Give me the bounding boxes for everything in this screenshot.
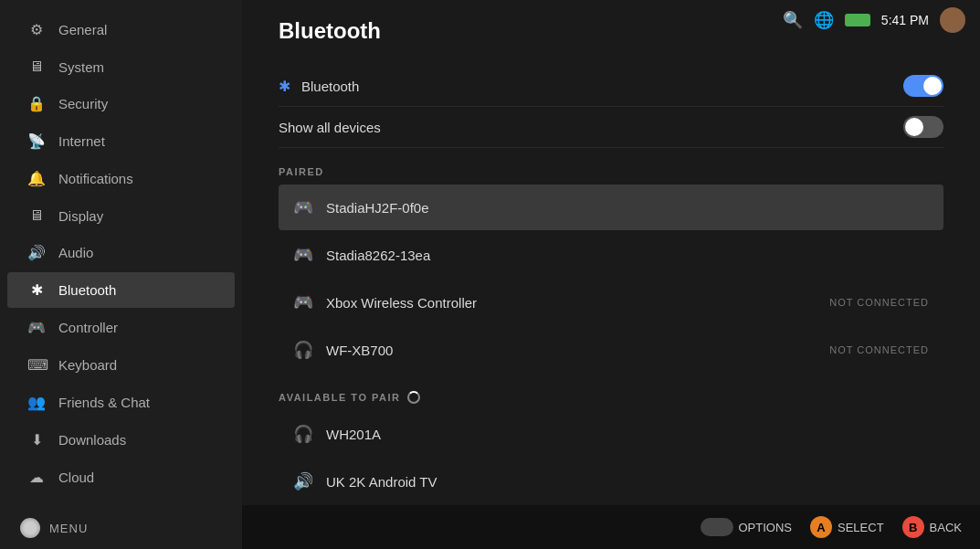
sidebar-label-bluetooth: Bluetooth	[58, 282, 116, 298]
bluetooth-small-icon: ✱	[279, 78, 290, 95]
available-section-header: AVAILABLE TO PAIR	[279, 391, 943, 404]
sidebar-item-general[interactable]: ⚙ General	[7, 12, 235, 48]
sidebar-label-keyboard: Keyboard	[58, 357, 117, 373]
gamepad-icon-xbox: 🎮	[293, 292, 313, 312]
back-button[interactable]: B	[902, 516, 924, 538]
lock-icon: 🔒	[27, 95, 46, 112]
display-icon: 🖥	[27, 207, 46, 224]
sidebar-item-downloads[interactable]: ⬇ Downloads	[7, 422, 235, 458]
download-icon: ⬇	[27, 431, 46, 449]
steam-logo	[20, 518, 40, 538]
device-row-wh201a[interactable]: 🎧 WH201A	[279, 411, 943, 457]
bluetooth-toggle-label: Bluetooth	[301, 79, 359, 94]
audio-icon: 🔊	[27, 244, 46, 261]
menu-label: MENU	[49, 522, 88, 535]
keyboard-icon: ⌨	[27, 356, 46, 374]
select-button[interactable]: A	[810, 516, 832, 538]
device-status-xbox: NOT CONNECTED	[829, 297, 929, 308]
options-action[interactable]: OPTIONS	[701, 518, 793, 536]
gear-icon: ⚙	[27, 21, 46, 38]
monitor-icon: 🖥	[27, 58, 46, 75]
headphone-icon-wh201a: 🎧	[293, 424, 313, 444]
device-row-xbox[interactable]: 🎮 Xbox Wireless Controller NOT CONNECTED	[279, 280, 943, 325]
friends-icon: 👥	[27, 394, 46, 411]
sidebar-label-controller: Controller	[58, 320, 118, 335]
gamepad-icon-stadia1: 🎮	[293, 197, 313, 217]
select-label: SELECT	[838, 521, 884, 534]
device-name-wf: WF-XB700	[326, 343, 817, 358]
device-name-stadia2: Stadia8262-13ea	[326, 248, 916, 263]
back-label: BACK	[930, 521, 962, 534]
sidebar-label-system: System	[58, 59, 104, 75]
bluetooth-toggle-row: ✱ Bluetooth	[279, 66, 943, 107]
cloud-icon: ☁	[27, 469, 46, 486]
available-section-label: AVAILABLE TO PAIR	[279, 392, 400, 403]
sidebar-label-internet: Internet	[58, 133, 105, 149]
sidebar-item-audio[interactable]: 🔊 Audio	[7, 235, 235, 270]
device-row-stadia1[interactable]: 🎮 StadiaHJ2F-0f0e	[279, 185, 943, 230]
sidebar-item-cloud[interactable]: ☁ Cloud	[7, 459, 235, 495]
select-action[interactable]: A SELECT	[810, 516, 884, 538]
wifi-icon: 📡	[27, 132, 46, 150]
page-title: Bluetooth	[279, 18, 943, 44]
bluetooth-icon: ✱	[27, 281, 46, 299]
sidebar-label-friends: Friends & Chat	[58, 395, 150, 410]
device-name-stadia1: StadiaHJ2F-0f0e	[326, 200, 916, 216]
sidebar-label-cloud: Cloud	[58, 470, 94, 485]
sidebar-footer: MENU	[0, 507, 242, 549]
sidebar-item-display[interactable]: 🖥 Display	[7, 198, 235, 233]
sidebar-item-notifications[interactable]: 🔔 Notifications	[7, 161, 235, 196]
sidebar: ⚙ General 🖥 System 🔒 Security 📡 Internet…	[0, 0, 242, 549]
headphone-icon-wf: 🎧	[293, 340, 313, 360]
paired-section-header: PAIRED	[279, 166, 943, 177]
device-name-xbox: Xbox Wireless Controller	[326, 295, 817, 311]
show-all-devices-toggle-knob	[905, 118, 923, 136]
sidebar-item-bluetooth[interactable]: ✱ Bluetooth	[7, 272, 235, 308]
show-all-devices-left: Show all devices	[279, 120, 381, 135]
show-all-devices-label: Show all devices	[279, 120, 381, 135]
bottom-bar: OPTIONS A SELECT B BACK	[242, 505, 980, 549]
controller-icon: 🎮	[27, 319, 46, 336]
bell-icon: 🔔	[27, 170, 46, 187]
device-row-wf[interactable]: 🎧 WF-XB700 NOT CONNECTED	[279, 327, 943, 373]
options-button[interactable]	[701, 518, 733, 536]
sidebar-item-friends[interactable]: 👥 Friends & Chat	[7, 385, 235, 420]
sidebar-item-security[interactable]: 🔒 Security	[7, 86, 235, 121]
speaker-icon-uk2k: 🔊	[293, 471, 313, 491]
sidebar-label-security: Security	[58, 96, 108, 111]
sidebar-label-display: Display	[58, 208, 103, 224]
sidebar-label-general: General	[58, 22, 107, 37]
sidebar-label-notifications: Notifications	[58, 171, 133, 186]
show-all-devices-toggle[interactable]	[903, 116, 943, 138]
device-name-uk2k: UK 2K Android TV	[326, 474, 929, 490]
sidebar-item-controller[interactable]: 🎮 Controller	[7, 310, 235, 345]
device-status-wf: NOT CONNECTED	[829, 344, 929, 355]
show-all-devices-row: Show all devices	[279, 107, 943, 148]
gamepad-icon-stadia2: 🎮	[293, 245, 313, 265]
sidebar-item-keyboard[interactable]: ⌨ Keyboard	[7, 347, 235, 383]
sidebar-item-system[interactable]: 🖥 System	[7, 49, 235, 84]
device-row-uk2k[interactable]: 🔊 UK 2K Android TV	[279, 459, 943, 504]
pairing-spinner	[407, 391, 420, 404]
main-content: Bluetooth ✱ Bluetooth Show all devices P…	[242, 0, 980, 549]
sidebar-item-internet[interactable]: 📡 Internet	[7, 123, 235, 159]
device-row-stadia2[interactable]: 🎮 Stadia8262-13ea	[279, 232, 943, 278]
sidebar-label-downloads: Downloads	[58, 432, 126, 448]
bluetooth-toggle[interactable]	[903, 75, 943, 97]
options-label: OPTIONS	[739, 521, 793, 534]
bluetooth-toggle-knob	[923, 77, 942, 95]
sidebar-label-audio: Audio	[58, 245, 93, 260]
back-action[interactable]: B BACK	[902, 516, 962, 538]
bluetooth-toggle-left: ✱ Bluetooth	[279, 78, 359, 95]
device-name-wh201a: WH201A	[326, 427, 929, 442]
